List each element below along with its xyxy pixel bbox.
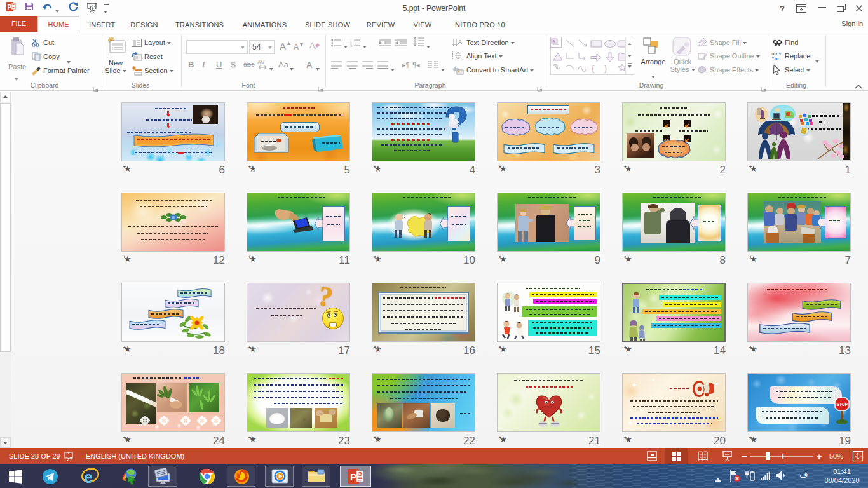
svg-text:A: A [309,41,315,50]
svg-text:STOP: STOP [836,402,848,407]
svg-text:3: 3 [350,44,352,47]
svg-text:P: P [350,471,356,482]
svg-text:AV: AV [257,59,264,65]
svg-text:{: { [592,64,595,73]
svg-text:e: e [84,468,93,485]
svg-text:}: } [604,64,607,73]
svg-text:A: A [458,39,462,45]
svg-text:A: A [553,39,555,43]
svg-text:ac: ac [775,56,780,61]
